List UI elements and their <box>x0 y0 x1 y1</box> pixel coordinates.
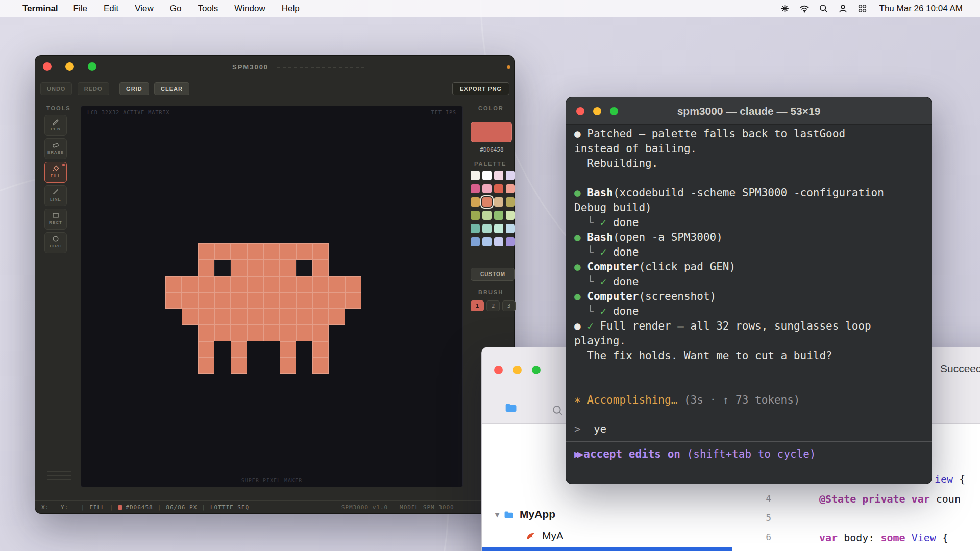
palette-swatch[interactable] <box>471 224 480 233</box>
prompt-icon: > <box>574 423 594 435</box>
brush-size-2[interactable]: 2 <box>486 300 500 311</box>
terminal-titlebar[interactable]: spm3000 — claude — 53×19 <box>566 97 932 125</box>
close-button[interactable] <box>43 62 52 71</box>
sprite-pixel <box>214 260 231 276</box>
terminal-line: └ ✓ done <box>574 245 923 260</box>
navigator-row-mya[interactable]: MyA <box>482 526 732 545</box>
menu-bar: Terminal FileEditViewGoToolsWindowHelp T… <box>0 0 980 17</box>
navigator-row-myapp[interactable]: ▾MyApp <box>482 505 732 524</box>
wifi-icon[interactable] <box>799 3 810 14</box>
palette-swatch[interactable] <box>471 211 480 220</box>
palette-swatch[interactable] <box>506 211 515 220</box>
menu-tools[interactable]: Tools <box>190 4 227 14</box>
close-button[interactable] <box>494 366 503 374</box>
palette-swatch[interactable] <box>506 197 515 207</box>
search-icon[interactable] <box>818 3 829 14</box>
menu-go[interactable]: Go <box>162 4 190 14</box>
terminal-mode-status[interactable]: ▶▶accept edits on (shift+tab to cycle) <box>574 442 923 462</box>
sprite-pixel <box>165 260 182 276</box>
sprite-pixel <box>263 276 280 292</box>
zoom-button[interactable] <box>88 62 96 71</box>
palette-swatch[interactable] <box>482 237 492 246</box>
sprite-pixel <box>198 309 214 325</box>
brush-size-3[interactable]: 3 <box>502 300 516 311</box>
palette-swatch[interactable] <box>506 237 515 246</box>
sprite-pixel <box>231 358 247 374</box>
palette-swatch[interactable] <box>494 184 503 193</box>
brush-size-1[interactable]: 1 <box>471 300 484 311</box>
sprite-pixel <box>247 325 263 341</box>
palette-swatch[interactable] <box>471 171 480 180</box>
palette-swatch[interactable] <box>494 237 503 246</box>
menu-file[interactable]: File <box>65 4 95 14</box>
palette-swatch[interactable] <box>482 197 492 207</box>
undo-button[interactable]: UNDO <box>40 82 72 95</box>
grid-button[interactable]: GRID <box>119 82 149 95</box>
palette-swatch[interactable] <box>482 211 492 220</box>
sprite-pixel <box>263 292 280 309</box>
active-tool-status: FILL <box>89 504 105 511</box>
tool-erase[interactable]: ERASE <box>44 138 67 159</box>
palette-swatch[interactable] <box>482 171 492 180</box>
sprite-pixel <box>231 341 247 358</box>
close-button[interactable] <box>576 107 584 115</box>
menu-clock[interactable]: Thu Mar 26 10:04 AM <box>879 4 963 14</box>
project-navigator-icon[interactable] <box>504 402 518 415</box>
zoom-button[interactable] <box>610 107 618 115</box>
export-png-button[interactable]: EXPORT PNG <box>452 82 509 95</box>
tool-circ[interactable]: CIRC <box>44 232 67 253</box>
minimize-button[interactable] <box>593 107 601 115</box>
redo-button[interactable]: REDO <box>78 82 109 95</box>
menu-edit[interactable]: Edit <box>95 4 127 14</box>
menu-window[interactable]: Window <box>226 4 273 14</box>
current-color-swatch[interactable] <box>471 122 512 142</box>
palette-swatch[interactable] <box>494 171 503 180</box>
terminal-line: └ ✓ done <box>574 215 923 230</box>
pixel-canvas[interactable]: LCD 32X32 ACTIVE MATRIX TFT-IPS SUPER PI… <box>81 106 463 487</box>
palette-swatch[interactable] <box>471 237 480 246</box>
pixel-editor-toolbar: UNDO REDO GRID CLEAR EXPORT PNG <box>40 82 509 97</box>
zoom-button[interactable] <box>532 366 541 374</box>
sprite-pixel <box>329 341 345 358</box>
tool-fill[interactable]: FILL <box>44 162 67 183</box>
disclosure-icon[interactable]: ▾ <box>492 510 502 519</box>
search-icon[interactable] <box>552 405 563 418</box>
sprite-pixel <box>165 243 182 260</box>
pixel-editor-titlebar[interactable] <box>43 62 96 71</box>
navigator-row-conte[interactable]: Conte <box>482 547 732 551</box>
palette-swatch[interactable] <box>506 224 515 233</box>
minimize-button[interactable] <box>65 62 74 71</box>
app-version-status: SPM3000 v1.0 — MODEL SPM-3000 — <box>341 504 462 511</box>
menu-app-name[interactable]: Terminal <box>22 4 58 14</box>
palette-swatch[interactable] <box>494 224 503 233</box>
tool-pen[interactable]: PEN <box>44 115 67 136</box>
minimize-button[interactable] <box>513 366 522 374</box>
clear-button[interactable]: CLEAR <box>154 82 189 95</box>
asterisk-icon[interactable] <box>779 3 791 14</box>
palette-swatch[interactable] <box>494 197 503 207</box>
terminal-input-text[interactable]: ye <box>594 423 606 435</box>
terminal-input-line[interactable]: > ye <box>574 417 923 437</box>
sprite-pixel <box>296 358 312 374</box>
palette-swatch[interactable] <box>482 184 492 193</box>
palette-swatch[interactable] <box>471 184 480 193</box>
swift-icon <box>526 531 538 541</box>
palette-label: PALETTE <box>474 161 506 167</box>
menu-help[interactable]: Help <box>274 4 308 14</box>
sprite-pixel <box>165 292 182 309</box>
sprite-pixel <box>165 276 182 292</box>
terminal-output[interactable]: ● Patched — palette falls back to lastGo… <box>566 126 932 484</box>
sprite-pixel <box>329 292 345 309</box>
palette-swatch[interactable] <box>506 171 515 180</box>
tool-rect[interactable]: RECT <box>44 209 67 230</box>
menu-view[interactable]: View <box>127 4 162 14</box>
tool-line[interactable]: LINE <box>44 185 67 206</box>
custom-color-button[interactable]: CUSTOM <box>471 268 515 281</box>
palette-swatch[interactable] <box>482 224 492 233</box>
palette-swatch[interactable] <box>494 211 503 220</box>
palette-swatch[interactable] <box>471 197 480 207</box>
sprite-pixel <box>312 292 329 309</box>
grid-icon[interactable] <box>857 3 868 14</box>
user-icon[interactable] <box>838 3 849 14</box>
palette-swatch[interactable] <box>506 184 515 193</box>
